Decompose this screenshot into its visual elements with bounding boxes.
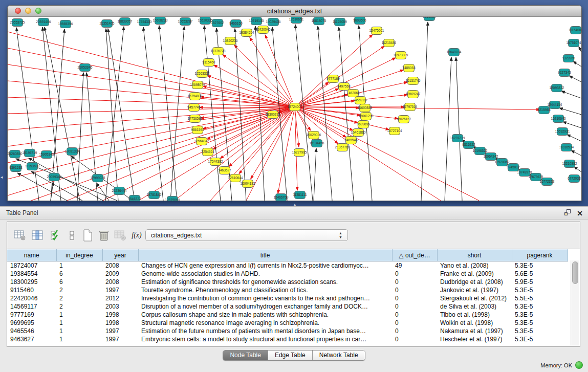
select-columns-button[interactable] xyxy=(49,229,62,242)
side-pane-collapse-arrow[interactable]: ◂ xyxy=(1,174,5,180)
table-cell[interactable]: 49 xyxy=(392,261,437,270)
table-cell[interactable]: 22420046 xyxy=(7,294,56,302)
function-builder-button[interactable]: f(x) xyxy=(130,229,143,242)
table-cell[interactable]: 18724007 xyxy=(7,261,56,270)
memory-status-indicator[interactable] xyxy=(575,361,583,369)
table-cell[interactable]: 5.3E-5 xyxy=(512,327,568,335)
table-cell[interactable]: Yano et al. (2008) xyxy=(437,261,512,270)
table-cell[interactable]: Investigating the contribution of common… xyxy=(138,294,392,302)
tab-network-table[interactable]: Network Table xyxy=(313,351,365,360)
table-select-dropdown[interactable]: citations_edges.txt ▲▼ xyxy=(145,229,348,241)
table-cell[interactable]: 5.3E-5 xyxy=(512,335,568,343)
table-cell[interactable]: 5.3E-5 xyxy=(512,286,568,294)
tab-node-table[interactable]: Node Table xyxy=(223,351,268,360)
graph-edge[interactable] xyxy=(445,57,451,201)
table-row[interactable]: 1456911722003Disruption of a novel membe… xyxy=(7,302,568,311)
table-cell[interactable]: 1 xyxy=(56,327,102,335)
graph-edge[interactable] xyxy=(561,91,581,98)
table-row[interactable]: 1938455462009Genome-wide association stu… xyxy=(7,270,568,278)
table-cell[interactable]: 0 xyxy=(392,319,437,327)
graph-edge[interactable] xyxy=(213,107,295,149)
table-cell[interactable]: 2008 xyxy=(102,278,138,286)
table-cell[interactable]: 5.3E-5 xyxy=(512,319,568,327)
column-header-3[interactable]: title xyxy=(138,250,392,261)
graph-edge[interactable] xyxy=(139,107,295,201)
table-cell[interactable]: 1997 xyxy=(102,286,138,294)
graph-edge[interactable] xyxy=(574,167,581,172)
table-cell[interactable]: Stergiakouli et al. (2012) xyxy=(437,294,512,302)
table-cell[interactable]: 0 xyxy=(392,270,437,278)
table-settings-button[interactable] xyxy=(13,229,27,242)
graph-edge[interactable] xyxy=(563,122,581,128)
table-cell[interactable]: Disruption of a novel member of a sodium… xyxy=(138,302,392,311)
table-cell[interactable]: Hescheler et al. (1997) xyxy=(437,335,512,343)
table-cell[interactable]: 9699695 xyxy=(7,319,56,327)
column-header-1[interactable]: in_degree xyxy=(56,250,102,261)
table-cell[interactable]: Embryonic stem cells: a model to study s… xyxy=(138,335,392,343)
table-row[interactable]: 977716911998Corpus callosum shape and si… xyxy=(7,311,568,319)
table-cell[interactable]: 0 xyxy=(392,278,437,286)
table-cell[interactable]: 5.3E-5 xyxy=(512,302,568,311)
delete-rows-button[interactable] xyxy=(97,229,111,242)
table-cell[interactable]: 0 xyxy=(392,294,437,302)
graph-edge[interactable] xyxy=(203,86,295,107)
table-cell[interactable]: Genome-wide association studies in ADHD. xyxy=(138,270,392,278)
table-cell[interactable]: 1 xyxy=(56,261,102,270)
column-header-2[interactable]: year xyxy=(102,250,138,261)
network-graph[interactable]: 1872400720553725208914061956535621351405… xyxy=(8,17,581,201)
table-cell[interactable]: 1998 xyxy=(102,311,138,319)
table-cell[interactable]: 2012 xyxy=(102,294,138,302)
table-cell[interactable]: Jankovic et al. (1997) xyxy=(437,286,512,294)
float-panel-icon[interactable] xyxy=(564,209,572,218)
graph-edge[interactable] xyxy=(339,27,354,201)
table-row[interactable]: 969969511998Structural magnetic resonanc… xyxy=(7,319,568,327)
table-row[interactable]: 946554611997Estimation of the future num… xyxy=(7,327,568,335)
table-cell[interactable]: 9777169 xyxy=(7,311,56,319)
graph-edge[interactable] xyxy=(567,135,581,141)
table-cell[interactable]: 1 xyxy=(56,335,102,343)
graph-edge[interactable] xyxy=(569,76,581,82)
table-cell[interactable]: 0 xyxy=(392,327,437,335)
table-cell[interactable]: 14569117 xyxy=(7,302,56,311)
table-cell[interactable]: 1997 xyxy=(102,327,138,335)
table-cell[interactable]: 5.9E-5 xyxy=(512,278,568,286)
graph-edge[interactable] xyxy=(456,57,462,201)
graph-edge[interactable] xyxy=(159,26,177,201)
create-table-button[interactable] xyxy=(81,229,94,242)
table-cell[interactable]: Wolkin et al. (1998) xyxy=(437,319,512,327)
table-cell[interactable]: Changes of HCN gene expression and I(f) … xyxy=(138,261,392,270)
table-cell[interactable]: Dudbridge et al. (2008) xyxy=(437,278,512,286)
insert-column-button[interactable] xyxy=(31,229,44,242)
table-cell[interactable]: 0 xyxy=(392,335,437,343)
graph-edge[interactable] xyxy=(295,107,479,201)
graph-edge[interactable] xyxy=(314,148,316,201)
graph-edge[interactable] xyxy=(295,34,373,107)
column-header-5[interactable]: short xyxy=(437,250,512,261)
graph-edge[interactable] xyxy=(295,107,389,129)
table-cell[interactable]: 2008 xyxy=(102,261,138,270)
graph-edge[interactable] xyxy=(295,107,540,110)
column-header-4[interactable]: △ out_de… xyxy=(392,250,437,261)
table-row[interactable]: 2242004622012Investigating the contribut… xyxy=(7,294,568,302)
table-cell[interactable]: 2 xyxy=(56,302,102,311)
graph-edge[interactable] xyxy=(246,107,295,201)
network-window[interactable]: citations_edges.txt 18724007205537252089… xyxy=(7,5,582,201)
graph-edge[interactable] xyxy=(8,107,295,179)
table-cell[interactable]: Tibbo et al. (1998) xyxy=(437,311,512,319)
table-cell[interactable]: Estimation of significance thresholds fo… xyxy=(138,278,392,286)
table-cell[interactable]: 0 xyxy=(392,302,437,311)
graph-edge[interactable] xyxy=(143,27,163,201)
graph-edge[interactable] xyxy=(559,108,581,115)
delete-table-button[interactable] xyxy=(114,229,127,242)
tab-edge-table[interactable]: Edge Table xyxy=(268,351,313,360)
table-cell[interactable]: 9115460 xyxy=(7,286,56,294)
column-header-6[interactable]: pagerank xyxy=(512,250,568,261)
table-row[interactable]: 946362711997Embryonic stem cells: a mode… xyxy=(7,335,568,343)
table-cell[interactable]: 5.3E-5 xyxy=(512,311,568,319)
graph-edge[interactable] xyxy=(573,61,581,67)
table-cell[interactable]: Tourette syndrome. Phenomenology and cla… xyxy=(138,286,392,294)
table-cell[interactable]: 6 xyxy=(56,270,102,278)
table-cell[interactable]: 1998 xyxy=(102,319,138,327)
graph-edge[interactable] xyxy=(234,45,295,107)
table-cell[interactable]: 9463627 xyxy=(7,335,56,343)
